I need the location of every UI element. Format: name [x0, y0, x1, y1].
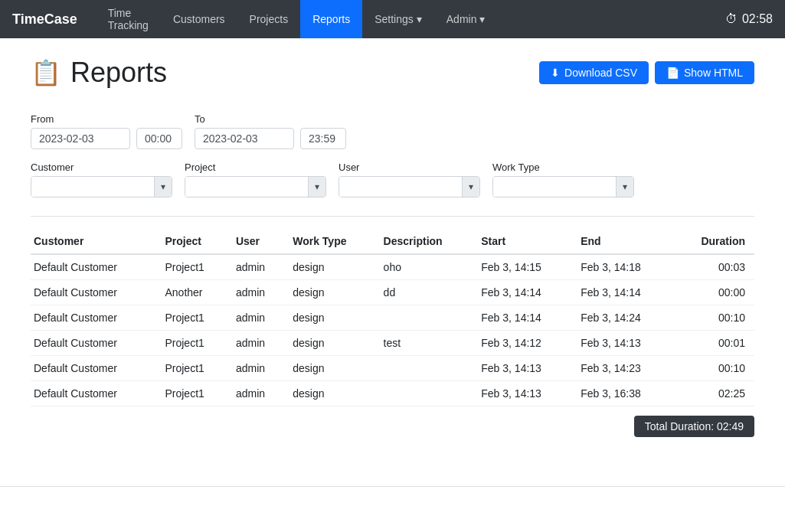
- table-cell: 00:10: [677, 356, 754, 381]
- col-user: User: [233, 229, 289, 254]
- nav-items: Time Tracking Customers Projects Reports…: [96, 0, 498, 38]
- table-cell: Default Customer: [31, 381, 162, 406]
- user-dropdown: ▾: [339, 176, 480, 197]
- clock-time: 02:58: [742, 12, 773, 26]
- table-cell: Feb 3, 14:12: [478, 331, 577, 356]
- customer-filter-input[interactable]: [31, 177, 154, 197]
- col-customer: Customer: [31, 229, 162, 254]
- nav-customers[interactable]: Customers: [161, 0, 237, 38]
- filter-section: From To Customer ▾: [31, 113, 754, 197]
- to-filter-group: To: [195, 113, 346, 149]
- col-project: Project: [162, 229, 232, 254]
- table-cell: 00:01: [677, 331, 754, 356]
- nav-admin[interactable]: Admin ▾: [434, 0, 498, 38]
- table-row: Default CustomerProject1admindesigntestF…: [31, 331, 754, 356]
- table-row: Default CustomerProject1admindesignohoFe…: [31, 254, 754, 280]
- table-cell: Feb 3, 14:14: [577, 280, 677, 305]
- navbar: TimeCase Time Tracking Customers Project…: [0, 0, 785, 38]
- table-cell: Feb 3, 14:15: [478, 254, 577, 280]
- project-dropdown: ▾: [185, 176, 326, 197]
- table-cell: Project1: [162, 381, 232, 406]
- clock-icon: ⏱: [725, 12, 738, 26]
- col-start: Start: [478, 229, 577, 254]
- to-date-inputs: [195, 128, 346, 149]
- page-header: 📋 Reports ⬇ Download CSV 📄 Show HTML: [31, 57, 754, 89]
- footer-divider: [0, 486, 785, 487]
- user-dropdown-btn[interactable]: ▾: [462, 177, 479, 197]
- table-cell: Feb 3, 14:14: [478, 305, 577, 331]
- work-type-dropdown: ▾: [492, 176, 634, 197]
- project-filter-input[interactable]: [185, 177, 308, 197]
- clock-display: ⏱ 02:58: [725, 12, 773, 26]
- table-cell: admin: [233, 381, 289, 406]
- table-cell: admin: [233, 356, 289, 381]
- section-divider: [31, 216, 754, 217]
- col-end: End: [577, 229, 677, 254]
- table-cell: Another: [162, 280, 232, 305]
- table-cell: Feb 3, 14:14: [478, 280, 577, 305]
- total-row: Total Duration: 02:49: [31, 416, 754, 437]
- table-body: Default CustomerProject1admindesignohoFe…: [31, 254, 754, 406]
- nav-time-tracking[interactable]: Time Tracking: [96, 0, 161, 38]
- from-label: From: [31, 113, 182, 125]
- table-cell: Project1: [162, 331, 232, 356]
- html-icon: 📄: [666, 67, 679, 79]
- col-description: Description: [381, 229, 479, 254]
- table-row: Default CustomerProject1admindesignFeb 3…: [31, 356, 754, 381]
- table-cell: Project1: [162, 305, 232, 331]
- table-cell: Feb 3, 16:38: [577, 381, 677, 406]
- to-date-input[interactable]: [195, 128, 294, 149]
- table-header-row: Customer Project User Work Type Descript…: [31, 229, 754, 254]
- customer-filter-label: Customer: [31, 162, 172, 173]
- work-type-filter-group: Work Type ▾: [492, 162, 634, 197]
- table-cell: Default Customer: [31, 331, 162, 356]
- work-type-filter-label: Work Type: [492, 162, 634, 173]
- page-title: Reports: [70, 57, 167, 89]
- title-area: 📋 Reports: [31, 57, 167, 89]
- user-filter-label: User: [339, 162, 480, 173]
- from-time-input[interactable]: [136, 128, 182, 149]
- project-dropdown-btn[interactable]: ▾: [308, 177, 325, 197]
- page-title-icon: 📋: [31, 58, 61, 87]
- table-cell: Project1: [162, 254, 232, 280]
- table-cell: Feb 3, 14:23: [577, 356, 677, 381]
- table-cell: Default Customer: [31, 305, 162, 331]
- from-filter-group: From: [31, 113, 182, 149]
- customer-dropdown-btn[interactable]: ▾: [154, 177, 172, 197]
- customer-dropdown: ▾: [31, 176, 172, 197]
- table-cell: Feb 3, 14:13: [577, 331, 677, 356]
- table-cell: design: [289, 356, 380, 381]
- table-cell: [381, 381, 479, 406]
- work-type-filter-input[interactable]: [493, 177, 616, 197]
- to-time-input[interactable]: [300, 128, 346, 149]
- work-type-dropdown-btn[interactable]: ▾: [616, 177, 633, 197]
- table-cell: admin: [233, 305, 289, 331]
- show-html-button[interactable]: 📄 Show HTML: [655, 61, 754, 84]
- project-filter-label: Project: [185, 162, 326, 173]
- from-date-input[interactable]: [31, 128, 130, 149]
- table-cell: [381, 305, 479, 331]
- total-duration-badge: Total Duration: 02:49: [634, 416, 754, 437]
- table-row: Default CustomerAnotheradmindesignddFeb …: [31, 280, 754, 305]
- user-filter-input[interactable]: [339, 177, 462, 197]
- table-cell: Default Customer: [31, 254, 162, 280]
- brand-logo[interactable]: TimeCase: [12, 11, 77, 28]
- table-cell: Feb 3, 14:13: [478, 356, 577, 381]
- project-filter-group: Project ▾: [185, 162, 326, 197]
- page-content: 📋 Reports ⬇ Download CSV 📄 Show HTML Fro…: [0, 38, 785, 455]
- nav-reports[interactable]: Reports: [300, 0, 362, 38]
- nav-projects[interactable]: Projects: [237, 0, 301, 38]
- col-duration: Duration: [677, 229, 754, 254]
- table-cell: 02:25: [677, 381, 754, 406]
- table-cell: [381, 356, 479, 381]
- table-cell: 00:03: [677, 254, 754, 280]
- nav-settings[interactable]: Settings ▾: [362, 0, 434, 38]
- entity-filter-row: Customer ▾ Project ▾ User ▾: [31, 162, 754, 197]
- table-row: Default CustomerProject1admindesignFeb 3…: [31, 381, 754, 406]
- date-filter-row: From To: [31, 113, 754, 149]
- table-cell: design: [289, 280, 380, 305]
- from-date-inputs: [31, 128, 182, 149]
- table-cell: oho: [381, 254, 479, 280]
- download-csv-button[interactable]: ⬇ Download CSV: [539, 61, 649, 84]
- table-head: Customer Project User Work Type Descript…: [31, 229, 754, 254]
